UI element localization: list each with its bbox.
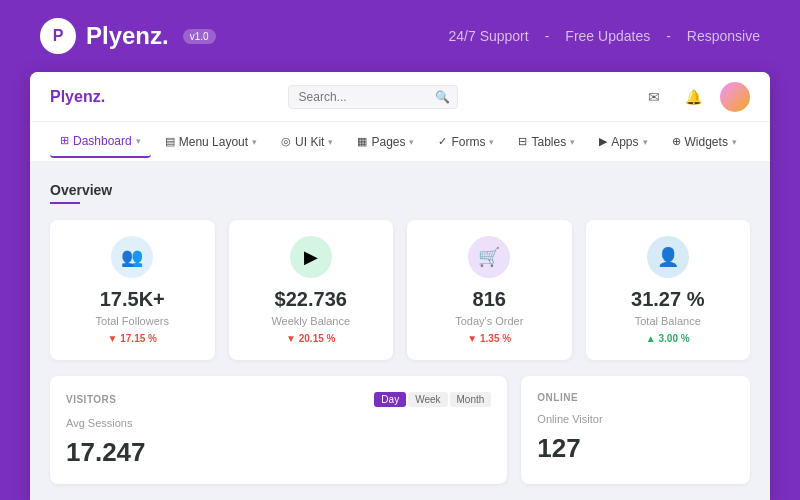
balance-value: $22.736 (275, 288, 347, 311)
stat-card-balance: ▶ $22.736 Weekly Balance ▼ 20.15 % (229, 220, 394, 360)
time-buttons: Day Week Month (374, 392, 491, 407)
balance-change: ▼ 20.15 % (286, 333, 335, 344)
nav-item-menu-layout[interactable]: ▤ Menu Layout ▾ (155, 127, 267, 157)
dashboard-icon: ⊞ (60, 134, 69, 147)
menu-layout-icon: ▤ (165, 135, 175, 148)
nav-item-forms[interactable]: ✓ Forms ▾ (428, 127, 504, 157)
followers-value: 17.5K+ (100, 288, 165, 311)
free-updates-label: Free Updates (565, 28, 650, 44)
search-input[interactable] (299, 90, 429, 104)
stat-card-orders: 🛒 816 Today's Order ▼ 1.35 % (407, 220, 572, 360)
total-balance-label: Total Balance (635, 315, 701, 327)
online-title: ONLINE (537, 392, 578, 403)
apps-chevron: ▾ (643, 137, 648, 147)
orders-label: Today's Order (455, 315, 523, 327)
stats-grid: 👥 17.5K+ Total Followers ▼ 17.15 % ▶ $22… (50, 220, 750, 360)
content-area: Overview 👥 17.5K+ Total Followers ▼ 17.1… (30, 162, 770, 500)
avg-sessions-value: 17.247 (66, 437, 491, 468)
orders-icon: 🛒 (478, 246, 500, 268)
visitors-title: VISITORS (66, 394, 117, 405)
balance-label: Weekly Balance (271, 315, 350, 327)
forms-icon: ✓ (438, 135, 447, 148)
search-bar[interactable]: 🔍 (288, 85, 458, 109)
sep1: - (545, 28, 550, 44)
app-header: Plyenz. 🔍 ✉ 🔔 (30, 72, 770, 122)
apps-icon: ▶ (599, 135, 607, 148)
total-balance-icon-circle: 👤 (647, 236, 689, 278)
orders-change: ▼ 1.35 % (467, 333, 511, 344)
online-card: ONLINE Online Visitor 127 (521, 376, 750, 484)
avatar[interactable] (720, 82, 750, 112)
followers-arrow: ▼ (108, 333, 121, 344)
stat-card-followers: 👥 17.5K+ Total Followers ▼ 17.15 % (50, 220, 215, 360)
widgets-icon: ⊕ (672, 135, 681, 148)
tables-chevron: ▾ (570, 137, 575, 147)
dashboard-chevron: ▾ (136, 136, 141, 146)
overview-title: Overview (50, 182, 750, 198)
followers-label: Total Followers (96, 315, 169, 327)
orders-arrow: ▼ (467, 333, 480, 344)
mail-icon[interactable]: ✉ (640, 83, 668, 111)
logo-icon: P (40, 18, 76, 54)
stat-card-total-balance: 👤 31.27 % Total Balance ▲ 3.00 % (586, 220, 751, 360)
nav-item-apps[interactable]: ▶ Apps ▾ (589, 127, 657, 157)
followers-icon: 👥 (121, 246, 143, 268)
app-logo: Plyenz. (50, 88, 105, 106)
bottom-grid: VISITORS Day Week Month Avg Sessions 17.… (50, 376, 750, 484)
month-button[interactable]: Month (450, 392, 492, 407)
sep2: - (666, 28, 671, 44)
nav-item-ui-kit[interactable]: ◎ UI Kit ▾ (271, 127, 343, 157)
nav-item-widgets[interactable]: ⊕ Widgets ▾ (662, 127, 747, 157)
logo-area: P Plyenz. v1.0 (40, 18, 216, 54)
ui-kit-icon: ◎ (281, 135, 291, 148)
nav-item-pages[interactable]: ▦ Pages ▾ (347, 127, 424, 157)
banner-nav: 24/7 Support - Free Updates - Responsive (449, 28, 761, 44)
responsive-label: Responsive (687, 28, 760, 44)
widgets-chevron: ▾ (732, 137, 737, 147)
orders-value: 816 (473, 288, 506, 311)
total-balance-arrow: ▲ (646, 333, 659, 344)
visitors-header: VISITORS Day Week Month (66, 392, 491, 407)
ui-kit-chevron: ▾ (328, 137, 333, 147)
followers-icon-circle: 👥 (111, 236, 153, 278)
followers-change: ▼ 17.15 % (108, 333, 157, 344)
nav-item-tables[interactable]: ⊟ Tables ▾ (508, 127, 585, 157)
top-banner: P Plyenz. v1.0 24/7 Support - Free Updat… (0, 0, 800, 72)
orders-icon-circle: 🛒 (468, 236, 510, 278)
tables-icon: ⊟ (518, 135, 527, 148)
online-visitor-label: Online Visitor (537, 413, 734, 425)
search-icon: 🔍 (435, 90, 450, 104)
app-container: Plyenz. 🔍 ✉ 🔔 ⊞ Dashboard ▾ ▤ Menu Layou… (30, 72, 770, 500)
section-underline (50, 202, 80, 204)
nav-item-dashboard[interactable]: ⊞ Dashboard ▾ (50, 126, 151, 158)
nav-bar: ⊞ Dashboard ▾ ▤ Menu Layout ▾ ◎ UI Kit ▾… (30, 122, 770, 162)
forms-chevron: ▾ (489, 137, 494, 147)
balance-icon: ▶ (304, 246, 318, 268)
logo-text: Plyenz. (86, 22, 169, 50)
online-visitor-value: 127 (537, 433, 734, 464)
week-button[interactable]: Week (408, 392, 447, 407)
balance-icon-circle: ▶ (290, 236, 332, 278)
version-badge: v1.0 (183, 29, 216, 44)
total-balance-icon: 👤 (657, 246, 679, 268)
pages-chevron: ▾ (409, 137, 414, 147)
bell-icon[interactable]: 🔔 (680, 83, 708, 111)
day-button[interactable]: Day (374, 392, 406, 407)
pages-icon: ▦ (357, 135, 367, 148)
balance-arrow: ▼ (286, 333, 299, 344)
support-label: 24/7 Support (449, 28, 529, 44)
visitors-card: VISITORS Day Week Month Avg Sessions 17.… (50, 376, 507, 484)
avg-sessions-label: Avg Sessions (66, 417, 491, 429)
header-icons: ✉ 🔔 (640, 82, 750, 112)
total-balance-change: ▲ 3.00 % (646, 333, 690, 344)
online-header: ONLINE (537, 392, 734, 403)
total-balance-value: 31.27 % (631, 288, 704, 311)
menu-layout-chevron: ▾ (252, 137, 257, 147)
